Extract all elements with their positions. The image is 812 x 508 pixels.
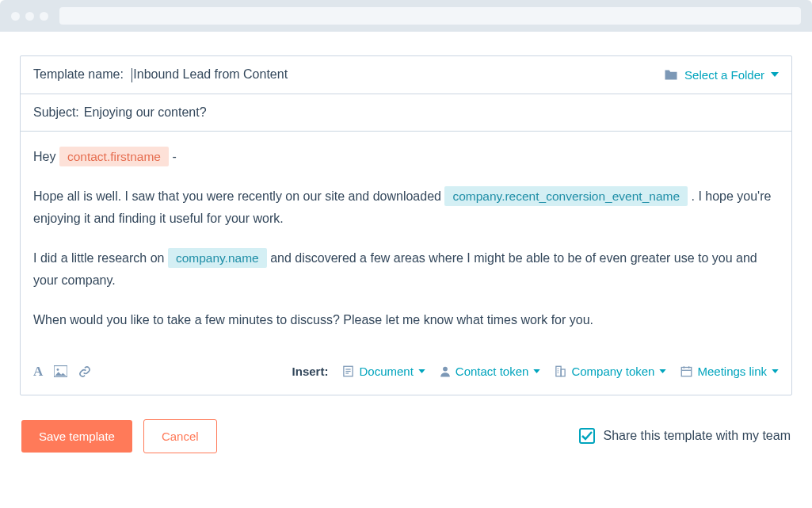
chevron-down-icon — [772, 369, 779, 373]
svg-point-6 — [443, 367, 448, 372]
text: Hope all is well. I saw that you were re… — [33, 189, 444, 203]
body-paragraph-3: When would you like to take a few minute… — [33, 309, 779, 331]
share-label: Share this template with my team — [603, 429, 791, 443]
insert-document-dropdown[interactable]: Document — [342, 361, 425, 382]
url-bar[interactable] — [59, 7, 801, 25]
svg-rect-10 — [558, 370, 558, 371]
editor-toolbar: A Insert: Document Contact token — [33, 353, 779, 384]
folder-icon — [664, 69, 678, 81]
browser-chrome — [0, 0, 812, 32]
subject-input[interactable]: Enjoying our content? — [84, 105, 207, 120]
svg-rect-9 — [558, 369, 558, 369]
token-company-name[interactable]: company.name — [168, 248, 267, 269]
insert-company-token-dropdown[interactable]: Company token — [555, 361, 666, 382]
token-contact-firstname[interactable]: contact.firstname — [59, 147, 169, 167]
email-body-editor[interactable]: Hey contact.firstname - Hope all is well… — [21, 132, 791, 395]
svg-rect-8 — [562, 369, 566, 376]
folder-select-label: Select a Folder — [684, 68, 764, 82]
chevron-down-icon — [659, 369, 666, 373]
save-template-button[interactable]: Save template — [21, 420, 132, 453]
label: Meetings link — [697, 361, 767, 382]
template-name-input[interactable]: Inbound Lead from Content — [133, 67, 288, 81]
window-dot — [40, 12, 48, 21]
footer-row: Save template Cancel Share this template… — [20, 395, 792, 453]
subject-label: Subject: — [33, 105, 79, 120]
text: - — [172, 150, 176, 163]
link-icon[interactable] — [78, 365, 91, 378]
window-dot — [25, 12, 34, 21]
svg-rect-12 — [682, 368, 692, 376]
document-icon — [342, 365, 354, 377]
cancel-button[interactable]: Cancel — [143, 419, 217, 453]
label: Contact token — [456, 361, 529, 382]
window-dot — [11, 12, 20, 21]
body-paragraph-2: I did a little research on company.name … — [33, 247, 779, 292]
label: Document — [359, 361, 413, 382]
token-recent-conversion[interactable]: company.recent_conversion_event_name — [444, 186, 688, 207]
body-greeting: Hey contact.firstname - — [33, 146, 779, 168]
folder-select-dropdown[interactable]: Select a Folder — [664, 68, 779, 82]
calendar-icon — [680, 365, 692, 377]
insert-contact-token-dropdown[interactable]: Contact token — [440, 361, 541, 382]
text: I did a little research on — [33, 251, 168, 265]
chevron-down-icon — [771, 72, 779, 77]
checkbox-box — [579, 428, 595, 444]
window-dots — [11, 12, 48, 21]
template-name-label: Template name: — [33, 67, 124, 81]
building-icon — [555, 365, 566, 377]
image-icon[interactable] — [54, 365, 67, 377]
insert-meetings-link-dropdown[interactable]: Meetings link — [680, 361, 779, 382]
share-template-checkbox[interactable]: Share this template with my team — [579, 428, 791, 444]
chevron-down-icon — [418, 369, 425, 373]
insert-label: Insert: — [292, 361, 329, 382]
label: Company token — [571, 361, 654, 382]
person-icon — [440, 365, 451, 377]
text-format-icon[interactable]: A — [33, 360, 43, 384]
svg-rect-11 — [558, 372, 558, 373]
svg-point-1 — [57, 369, 59, 371]
subject-row: Subject: Enjoying our content? — [21, 94, 791, 132]
text: Hey — [33, 150, 59, 163]
body-paragraph-1: Hope all is well. I saw that you were re… — [33, 185, 779, 230]
check-icon — [581, 431, 593, 441]
template-name-row: Template name: Inbound Lead from Content… — [21, 56, 791, 94]
chevron-down-icon — [533, 369, 540, 373]
template-editor-panel: Template name: Inbound Lead from Content… — [20, 55, 792, 395]
